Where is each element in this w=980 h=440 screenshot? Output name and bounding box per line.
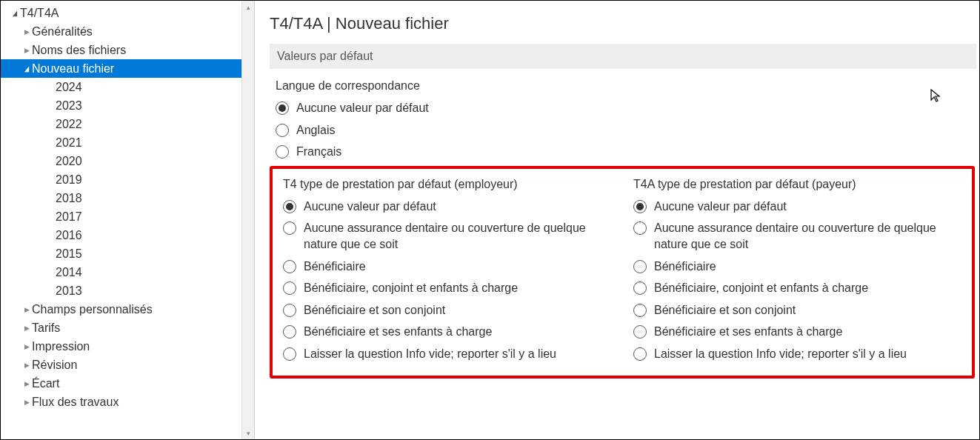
radio-label: Laisser la question Info vide; reporter … [304, 346, 556, 362]
scroll-up-button[interactable]: ▴ [242, 1, 254, 13]
tree-item[interactable]: ▶2015 [1, 244, 254, 263]
radio-label: Bénéficiaire, conjoint et enfants à char… [304, 280, 518, 296]
radio-button[interactable] [283, 304, 296, 317]
radio-button[interactable] [276, 124, 289, 137]
tree-item[interactable]: ▶Tarifs [1, 319, 254, 337]
scroll-down-button[interactable]: ▾ [242, 427, 254, 439]
tree-item-label: 2018 [56, 192, 82, 205]
t4-option[interactable]: Bénéficiaire, conjoint et enfants à char… [283, 280, 611, 296]
tree-item[interactable]: ▶Écart [1, 374, 254, 393]
tree-item-label: 2016 [56, 229, 82, 242]
t4-option[interactable]: Bénéficiaire [283, 259, 611, 275]
tree-item-label: 2015 [56, 247, 82, 261]
tree-item[interactable]: ▶Révision [1, 356, 254, 374]
caret-right-icon[interactable]: ▶ [23, 324, 30, 332]
caret-right-icon[interactable]: ▶ [23, 399, 30, 406]
tree-item[interactable]: ▶2018 [1, 189, 254, 207]
tree-item-label: Tarifs [32, 321, 60, 335]
radio-button[interactable] [633, 221, 647, 235]
radio-label: Aucune valeur par défaut [654, 199, 787, 215]
caret-right-icon[interactable]: ▶ [23, 28, 30, 36]
lang-option[interactable]: Anglais [276, 122, 979, 139]
tree-item-label: Nouveau fichier [32, 62, 114, 76]
t4a-option[interactable]: Bénéficiaire et son conjoint [633, 302, 961, 319]
t4a-column: T4A type de prestation par défaut (payeu… [633, 178, 961, 368]
main-panel: T4/T4A | Nouveau fichier Valeurs par déf… [255, 1, 979, 439]
radio-label: Aucune valeur par défaut [304, 199, 436, 215]
tree-item-label: Champs personnalisés [32, 303, 153, 316]
tree-item[interactable]: ▶2017 [1, 207, 254, 226]
radio-label: Aucune assurance dentaire ou couverture … [304, 220, 600, 252]
t4a-option[interactable]: Aucune assurance dentaire ou couverture … [633, 220, 961, 252]
tree-item[interactable]: ▶Noms des fichiers [1, 41, 254, 59]
tree-item[interactable]: ▶2014 [1, 263, 254, 281]
radio-button[interactable] [633, 325, 647, 339]
tree-item[interactable]: ▶2019 [1, 170, 254, 189]
highlight-box: T4 type de prestation par défaut (employ… [270, 166, 975, 379]
caret-down-icon[interactable]: ◢ [24, 64, 30, 73]
tree-item[interactable]: ▶2022 [1, 115, 254, 133]
radio-button[interactable] [633, 304, 647, 317]
tree: ◢T4/T4A▶Généralités▶Noms des fichiers◢No… [1, 1, 254, 414]
caret-right-icon[interactable]: ▶ [23, 361, 30, 369]
tree-item-label: Flux des travaux [32, 396, 119, 409]
tree-item[interactable]: ▶Champs personnalisés [1, 300, 254, 319]
radio-label: Laisser la question Info vide; reporter … [654, 346, 907, 362]
tree-item[interactable]: ▶2023 [1, 96, 254, 115]
lang-group: Langue de correspondance Aucune valeur p… [276, 79, 979, 160]
tree-item[interactable]: ▶2016 [1, 226, 254, 244]
radio-button[interactable] [276, 101, 289, 115]
tree-item-label: 2023 [56, 99, 82, 113]
tree-item[interactable]: ▶2013 [1, 281, 254, 300]
tree-item-label: T4/T4A [20, 7, 59, 20]
tree-item[interactable]: ◢T4/T4A [1, 4, 254, 22]
t4-option[interactable]: Laisser la question Info vide; reporter … [283, 346, 611, 362]
t4a-option[interactable]: Aucune valeur par défaut [633, 199, 961, 215]
tree-item-label: 2013 [56, 284, 82, 298]
radio-button[interactable] [283, 260, 296, 273]
caret-right-icon[interactable]: ▶ [23, 306, 30, 313]
tree-item[interactable]: ▶2020 [1, 152, 254, 170]
radio-label: Bénéficiaire, conjoint et enfants à char… [654, 280, 868, 296]
tree-item[interactable]: ▶Impression [1, 337, 254, 356]
t4-option[interactable]: Aucune valeur par défaut [283, 199, 611, 215]
radio-label: Bénéficiaire et ses enfants à charge [654, 324, 842, 340]
page-title: T4/T4A | Nouveau fichier [270, 14, 979, 33]
t4-column: T4 type de prestation par défaut (employ… [283, 178, 611, 368]
radio-button[interactable] [276, 145, 289, 159]
radio-button[interactable] [283, 281, 296, 295]
lang-group-label: Langue de correspondance [276, 79, 979, 93]
radio-button[interactable] [633, 281, 647, 295]
radio-button[interactable] [633, 200, 647, 213]
caret-right-icon[interactable]: ▶ [23, 47, 30, 54]
radio-label: Anglais [296, 122, 335, 139]
t4a-option[interactable]: Laisser la question Info vide; reporter … [633, 346, 961, 362]
t4-option[interactable]: Bénéficiaire et ses enfants à charge [283, 324, 611, 340]
lang-option[interactable]: Aucune valeur par défaut [276, 100, 979, 116]
tree-item[interactable]: ▶Généralités [1, 22, 254, 41]
tree-item-label: Écart [32, 377, 59, 390]
t4a-option[interactable]: Bénéficiaire [633, 259, 961, 275]
t4a-option[interactable]: Bénéficiaire, conjoint et enfants à char… [633, 280, 961, 296]
caret-right-icon[interactable]: ▶ [23, 343, 30, 350]
radio-button[interactable] [283, 347, 296, 361]
tree-item[interactable]: ▶2021 [1, 133, 254, 152]
radio-button[interactable] [283, 221, 296, 235]
lang-option[interactable]: Français [276, 144, 979, 160]
t4-option[interactable]: Aucune assurance dentaire ou couverture … [283, 220, 611, 252]
tree-item[interactable]: ▶2024 [1, 78, 254, 96]
tree-item[interactable]: ◢Nouveau fichier [1, 59, 254, 78]
caret-down-icon[interactable]: ◢ [12, 9, 18, 17]
tree-item[interactable]: ▶Flux des travaux [1, 393, 254, 411]
t4-option[interactable]: Bénéficiaire et son conjoint [283, 302, 611, 319]
caret-right-icon[interactable]: ▶ [23, 380, 30, 387]
radio-button[interactable] [633, 260, 647, 273]
tree-item-label: Impression [32, 340, 90, 353]
radio-label: Aucune valeur par défaut [296, 100, 429, 116]
radio-button[interactable] [633, 347, 647, 361]
radio-label: Français [296, 144, 341, 160]
t4a-option[interactable]: Bénéficiaire et ses enfants à charge [633, 324, 961, 340]
radio-button[interactable] [283, 325, 296, 339]
radio-button[interactable] [283, 200, 296, 213]
scrollbar[interactable]: ▴ ▾ [241, 1, 254, 439]
